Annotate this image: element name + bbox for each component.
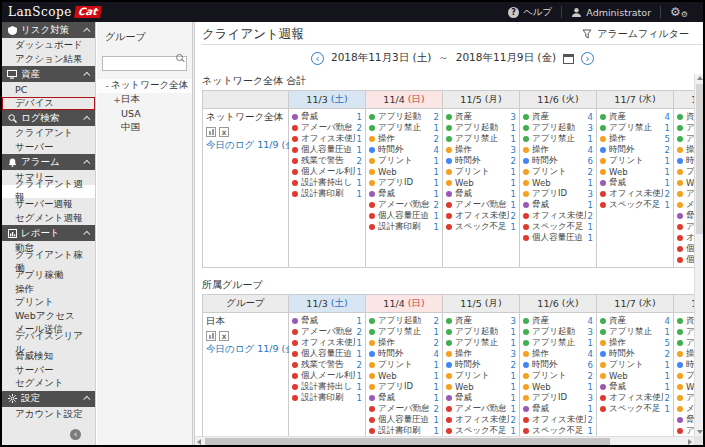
alarm-count[interactable]: 2	[665, 349, 670, 359]
alarm-count[interactable]: 3	[511, 349, 516, 359]
search-icon[interactable]	[176, 54, 183, 61]
alarm-count[interactable]: 1	[511, 222, 516, 232]
alarm-count[interactable]: 1	[665, 178, 670, 188]
alarm-count[interactable]: 2	[357, 156, 362, 166]
group-tree-item[interactable]: -ネットワーク全体	[97, 79, 192, 93]
sidebar-section-header[interactable]: アラーム	[2, 154, 95, 170]
alarm-count[interactable]: 1	[357, 371, 362, 381]
alarm-count[interactable]: 1	[511, 178, 516, 188]
alarm-count[interactable]: 1	[357, 316, 362, 326]
alarm-count[interactable]: 1	[511, 382, 516, 392]
alarm-count[interactable]: 1	[357, 393, 362, 403]
alarm-count[interactable]: 1	[357, 134, 362, 144]
alarm-count[interactable]: 1	[511, 123, 516, 133]
alarm-count[interactable]: 2	[588, 211, 593, 221]
alarm-count[interactable]: 3	[511, 316, 516, 326]
sidebar-item[interactable]: プリント	[2, 296, 95, 310]
alarm-count[interactable]: 1	[434, 178, 439, 188]
alarm-count[interactable]: 6	[588, 360, 593, 370]
sidebar-item[interactable]: PC	[2, 83, 95, 97]
alarm-count[interactable]: 4	[665, 112, 670, 122]
sidebar-collapse-button[interactable]: ‹	[70, 429, 81, 440]
alarm-count[interactable]: 1	[434, 156, 439, 166]
sidebar-section-header[interactable]: ログ検索	[2, 110, 95, 126]
alarm-count[interactable]: 1	[588, 134, 593, 144]
alarm-count[interactable]: 1	[588, 404, 593, 414]
alarm-count[interactable]: 5	[665, 338, 670, 348]
sidebar-item[interactable]: クライアント稼働	[2, 256, 95, 270]
vertical-scrollbar[interactable]	[694, 74, 703, 436]
sidebar-item[interactable]: ダッシュボード	[2, 39, 95, 53]
alarm-count[interactable]: 1	[511, 371, 516, 381]
alarm-count[interactable]: 1	[665, 404, 670, 414]
alarm-count[interactable]: 2	[511, 156, 516, 166]
alarm-count[interactable]: 2	[511, 360, 516, 370]
alarm-count[interactable]: 1	[511, 327, 516, 337]
sidebar-item[interactable]: クライアント週報	[2, 185, 95, 199]
alarm-count[interactable]: 1	[434, 382, 439, 392]
alarm-count[interactable]: 2	[665, 145, 670, 155]
alarm-count[interactable]: 1	[511, 200, 516, 210]
user-menu[interactable]: Administrator	[562, 2, 660, 22]
tree-expander-icon[interactable]: +	[113, 95, 121, 105]
alarm-count[interactable]: 1	[665, 360, 670, 370]
group-tree-item[interactable]: 中国	[97, 121, 192, 135]
alarm-count[interactable]: 1	[434, 371, 439, 381]
alarm-count[interactable]: 1	[357, 112, 362, 122]
alarm-count[interactable]: 1	[434, 415, 439, 425]
scroll-left-arrow[interactable]	[197, 439, 201, 445]
today-log-link[interactable]: 今日のログ 11/9 (金)	[206, 343, 285, 356]
next-week-button[interactable]: ›	[581, 52, 594, 65]
alarm-count[interactable]: 2	[511, 211, 516, 221]
sidebar-item[interactable]: セグメント週報	[2, 212, 95, 226]
alarm-count[interactable]: 6	[588, 156, 593, 166]
scroll-up-arrow[interactable]	[697, 76, 703, 80]
excel-export-icon[interactable]: X	[219, 331, 229, 341]
alarm-count[interactable]: 1	[511, 404, 516, 414]
alarm-count[interactable]: 1	[665, 123, 670, 133]
sidebar-item[interactable]: デバイス	[2, 97, 95, 111]
alarm-count[interactable]: 1	[357, 145, 362, 155]
alarm-count[interactable]: 1	[434, 167, 439, 177]
group-tree-item[interactable]: +日本	[97, 93, 192, 107]
alarm-count[interactable]: 1	[511, 189, 516, 199]
group-tree-item[interactable]: USA	[97, 107, 192, 121]
alarm-count[interactable]: 1	[434, 327, 439, 337]
horizontal-scrollbar[interactable]	[195, 436, 694, 445]
alarm-count[interactable]: 1	[665, 156, 670, 166]
sidebar-section-header[interactable]: 設定	[2, 391, 95, 407]
help-button[interactable]: ? ヘルプ	[499, 2, 561, 22]
alarm-count[interactable]: 4	[665, 316, 670, 326]
alarm-count[interactable]: 1	[665, 327, 670, 337]
alarm-count[interactable]: 4	[434, 145, 439, 155]
sidebar-item[interactable]: 操作	[2, 283, 95, 297]
alarm-count[interactable]: 1	[588, 178, 593, 188]
alarm-count[interactable]: 1	[665, 382, 670, 392]
alarm-count[interactable]: 2	[434, 200, 439, 210]
alarm-count[interactable]: 3	[511, 112, 516, 122]
alarm-count[interactable]: 1	[511, 338, 516, 348]
sidebar-item[interactable]: アカウント設定	[2, 408, 95, 422]
alarm-count[interactable]: 1	[511, 393, 516, 403]
alarm-count[interactable]: 1	[357, 338, 362, 348]
alarm-count[interactable]: 1	[434, 393, 439, 403]
alarm-count[interactable]: 3	[588, 189, 593, 199]
alarm-count[interactable]: 1	[357, 167, 362, 177]
alarm-count[interactable]: 1	[434, 360, 439, 370]
alarm-count[interactable]: 2	[434, 316, 439, 326]
alarm-count[interactable]: 1	[665, 167, 670, 177]
sidebar-section-header[interactable]: 資産	[2, 66, 95, 82]
prev-week-button[interactable]: ‹	[311, 52, 324, 65]
alarm-count[interactable]: 2	[588, 415, 593, 425]
alarm-count[interactable]: 3	[588, 327, 593, 337]
alarm-count[interactable]: 4	[588, 349, 593, 359]
alarm-count[interactable]: 2	[588, 167, 593, 177]
excel-export-icon[interactable]: X	[219, 127, 229, 137]
alarm-filter-button[interactable]: アラームフィルター	[582, 27, 689, 41]
alarm-count[interactable]: 1	[434, 222, 439, 232]
alarm-count[interactable]: 1	[511, 167, 516, 177]
alarm-count[interactable]: 3	[511, 145, 516, 155]
graph-report-icon[interactable]	[206, 127, 216, 137]
graph-report-icon[interactable]	[206, 331, 216, 341]
alarm-count[interactable]: 1	[434, 123, 439, 133]
